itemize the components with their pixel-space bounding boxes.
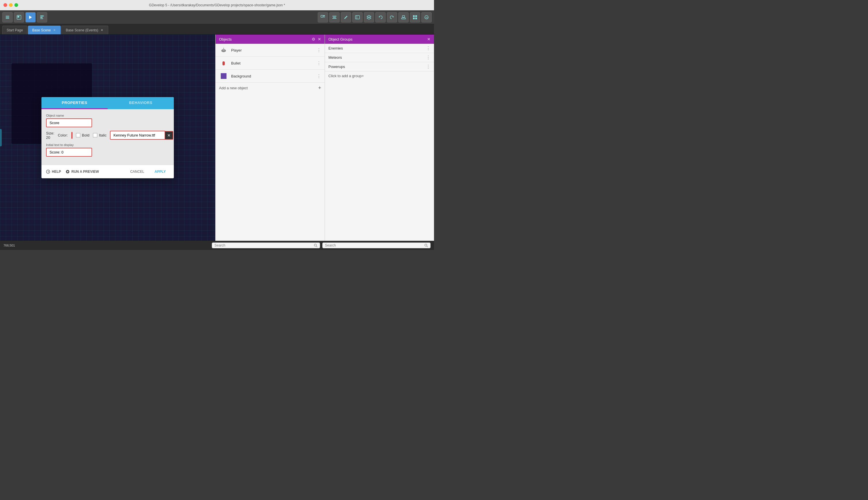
edit-button[interactable]	[341, 12, 351, 22]
preview-button[interactable]: RUN A PREVIEW	[66, 170, 99, 174]
svg-rect-24	[415, 15, 417, 17]
group-item-enemies[interactable]: Enemies ⋮	[325, 44, 434, 53]
toolbar-left	[2, 12, 47, 22]
add-object-plus-icon[interactable]: +	[318, 85, 321, 91]
tab-bar: Start Page Base Scene ✕ Base Scene (Even…	[0, 24, 434, 35]
groups-panel-header: Object Groups ✕	[325, 35, 434, 44]
cancel-button[interactable]: CANCEL	[127, 168, 148, 175]
add-group-label: Click to add a group	[328, 74, 362, 78]
object-more-icon[interactable]: ⋮	[317, 73, 321, 79]
play-button[interactable]	[25, 12, 36, 22]
object-name-input[interactable]	[46, 118, 92, 127]
grid-view-button[interactable]	[410, 12, 420, 22]
add-object-label: Add a new object	[219, 86, 248, 90]
object-name: Background	[231, 74, 251, 78]
font-input[interactable]	[110, 131, 165, 140]
style-row: Size: 20 Color: Bold Italic	[46, 131, 169, 140]
font-field: ✕	[110, 131, 173, 140]
svg-rect-23	[413, 15, 415, 17]
tab-behaviors[interactable]: BEHAVIORS	[108, 97, 174, 109]
minimize-button[interactable]	[9, 3, 13, 7]
svg-rect-8	[40, 19, 43, 19]
color-swatch[interactable]	[71, 132, 72, 139]
tab-start-page[interactable]: Start Page	[2, 26, 27, 34]
tab-properties[interactable]: PROPERTIES	[42, 97, 108, 109]
bold-label: Bold	[82, 133, 90, 137]
canvas-area[interactable]: ✦ PROPERTIES BEHAVIORS	[0, 35, 215, 241]
svg-point-37	[314, 244, 317, 246]
debug-button[interactable]: 60	[421, 12, 432, 22]
object-more-icon[interactable]: ⋮	[317, 47, 321, 53]
modal-overlay: PROPERTIES BEHAVIORS Object name	[0, 35, 215, 241]
maximize-button[interactable]	[14, 3, 18, 7]
italic-checkbox[interactable]	[93, 133, 97, 137]
object-item-player[interactable]: Player ⋮	[215, 44, 325, 57]
window-controls[interactable]	[3, 3, 18, 7]
preview-label: RUN A PREVIEW	[71, 170, 99, 174]
toolbar-right: 60	[318, 12, 432, 22]
apply-button[interactable]: APPLY	[151, 168, 169, 175]
object-list-button[interactable]	[352, 12, 363, 22]
objects-panel-title: Objects	[219, 37, 232, 42]
tab-close-icon[interactable]: ✕	[52, 28, 56, 32]
svg-rect-1	[6, 17, 9, 18]
layers-button[interactable]	[364, 12, 374, 22]
svg-point-39	[425, 244, 427, 246]
svg-rect-22	[402, 15, 404, 17]
add-group-row[interactable]: Click to add a group +	[325, 71, 434, 80]
help-icon: ?	[46, 170, 50, 174]
svg-line-40	[426, 246, 428, 247]
svg-rect-14	[332, 18, 337, 19]
groups-search-box[interactable]	[322, 242, 431, 248]
add-object-row[interactable]: Add a new object +	[215, 83, 325, 93]
object-name-label: Object name	[46, 114, 169, 117]
object-item-bullet[interactable]: Bullet ⋮	[215, 57, 325, 70]
tab-base-scene[interactable]: Base Scene ✕	[28, 26, 61, 34]
scene-editor-button[interactable]	[318, 12, 328, 22]
search-icon	[314, 243, 317, 247]
player-icon	[219, 46, 228, 55]
modal-body: Object name Size: 20 Color: Bold	[42, 109, 174, 165]
object-more-icon[interactable]: ⋮	[317, 60, 321, 66]
tab-base-scene-events[interactable]: Base Scene (Events) ✕	[61, 26, 108, 34]
bold-checkbox[interactable]	[76, 133, 80, 137]
tab-close-icon[interactable]: ✕	[100, 28, 104, 32]
svg-rect-26	[415, 18, 417, 19]
group-more-icon[interactable]: ⋮	[426, 64, 431, 69]
close-panel-icon[interactable]: ✕	[318, 37, 321, 42]
scene-list-button[interactable]	[2, 12, 13, 22]
bottom-searches	[212, 242, 431, 248]
group-more-icon[interactable]: ⋮	[426, 46, 431, 51]
filter-icon[interactable]: ⚙	[312, 37, 315, 42]
group-more-icon[interactable]: ⋮	[426, 55, 431, 60]
redo-button[interactable]	[387, 12, 397, 22]
svg-rect-2	[6, 18, 9, 19]
undo-button[interactable]	[375, 12, 386, 22]
initial-text-input[interactable]	[46, 148, 92, 157]
scene-button[interactable]	[14, 12, 24, 22]
group-item-meteors[interactable]: Meteors ⋮	[325, 53, 434, 62]
bold-group: Bold	[76, 133, 90, 137]
export-button[interactable]	[398, 12, 409, 22]
close-groups-icon[interactable]: ✕	[427, 37, 431, 42]
object-name-field: Object name	[46, 114, 169, 127]
events-editor-button[interactable]	[329, 12, 340, 22]
objects-search-box[interactable]	[212, 242, 320, 248]
help-link[interactable]: ? HELP	[46, 170, 61, 174]
svg-rect-36	[221, 73, 226, 79]
group-item-powerups[interactable]: Powerups ⋮	[325, 62, 434, 71]
objects-search-input[interactable]	[214, 243, 313, 247]
svg-line-38	[316, 246, 317, 247]
font-clear-button[interactable]: ✕	[165, 131, 173, 140]
groups-search-input[interactable]	[325, 243, 423, 247]
tab-label: Base Scene	[32, 28, 51, 32]
bottom-bar: 766;501	[0, 241, 434, 250]
svg-rect-10	[323, 15, 325, 16]
add-group-plus-icon[interactable]: +	[362, 74, 364, 78]
events-button[interactable]	[37, 12, 47, 22]
object-name: Bullet	[231, 61, 241, 65]
close-button[interactable]	[3, 3, 7, 7]
color-label: Color:	[58, 133, 68, 137]
object-item-background[interactable]: Background ⋮	[215, 70, 325, 83]
right-panels: Objects ⚙ ✕ Player ⋮ Bullet ⋮	[215, 35, 434, 241]
